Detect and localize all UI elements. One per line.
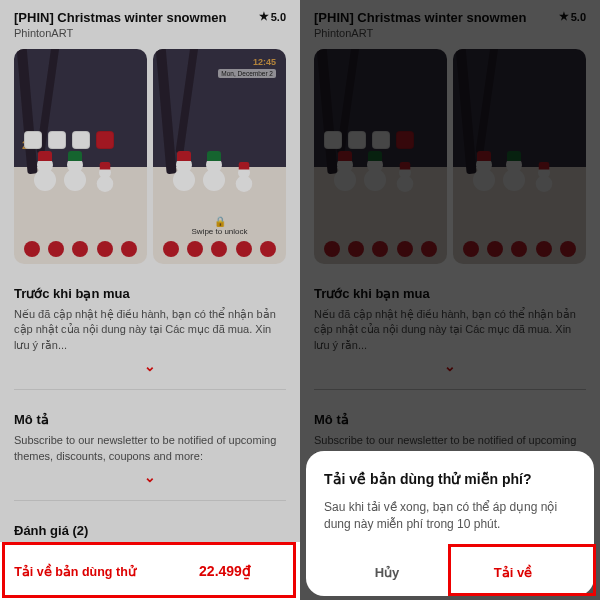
reviews-section[interactable]: Đánh giá (2) bbox=[14, 523, 286, 538]
reviews-title: Đánh giá (2) bbox=[14, 523, 286, 538]
preview-home[interactable]: 23 bbox=[14, 49, 147, 264]
theme-author: PhintonART bbox=[14, 27, 226, 39]
chevron-down-icon[interactable]: ⌄ bbox=[144, 469, 156, 485]
dialog-title: Tải về bản dùng thử miễn phí? bbox=[324, 471, 576, 487]
confirm-button[interactable]: Tải về bbox=[450, 549, 576, 596]
rating-value: 5.0 bbox=[571, 11, 586, 23]
theme-title: [PHIN] Christmas winter snowmen bbox=[314, 10, 526, 25]
before-buy-section: Trước khi bạn mua Nếu đã cập nhật hệ điề… bbox=[14, 286, 286, 375]
price-button[interactable]: 22.499₫ bbox=[150, 547, 300, 595]
lock-icon: Swipe to unlock bbox=[191, 216, 247, 236]
rating-badge: ★ 5.0 bbox=[559, 10, 586, 23]
chevron-down-icon[interactable]: ⌄ bbox=[144, 358, 156, 374]
theme-title: [PHIN] Christmas winter snowmen bbox=[14, 10, 226, 25]
preview-lock[interactable] bbox=[453, 49, 586, 264]
cancel-button[interactable]: Hủy bbox=[324, 549, 450, 596]
preview-lock[interactable]: 12:45 Mon, December 2 Swipe to unlock bbox=[153, 49, 286, 264]
dialog-body: Sau khi tải về xong, bạn có thể áp dụng … bbox=[324, 499, 576, 533]
trial-button[interactable]: Tải về bản dùng thử bbox=[0, 546, 150, 597]
before-buy-body: Nếu đã cập nhật hệ điều hành, bạn có thể… bbox=[314, 307, 586, 353]
rating-badge: ★ 5.0 bbox=[259, 10, 286, 23]
description-title: Mô tả bbox=[314, 412, 586, 427]
before-buy-title: Trước khi bạn mua bbox=[14, 286, 286, 301]
preview-home[interactable] bbox=[314, 49, 447, 264]
lock-time: 12:45 bbox=[253, 57, 276, 67]
before-buy-body: Nếu đã cập nhật hệ điều hành, bạn có thể… bbox=[14, 307, 286, 353]
purchase-bar: Tải về bản dùng thử 22.499₫ bbox=[0, 542, 300, 600]
theme-author: PhintonART bbox=[314, 27, 526, 39]
trial-dialog: Tải về bản dùng thử miễn phí? Sau khi tả… bbox=[306, 451, 594, 596]
rating-value: 5.0 bbox=[271, 11, 286, 23]
before-buy-title: Trước khi bạn mua bbox=[314, 286, 586, 301]
star-icon: ★ bbox=[559, 10, 569, 23]
preview-carousel[interactable] bbox=[314, 49, 586, 264]
star-icon: ★ bbox=[259, 10, 269, 23]
description-section: Mô tả Subscribe to our newsletter to be … bbox=[14, 412, 286, 486]
lock-date: Mon, December 2 bbox=[218, 69, 276, 78]
description-title: Mô tả bbox=[14, 412, 286, 427]
preview-carousel[interactable]: 23 12:45 Mon, December 2 Swipe to unlock bbox=[14, 49, 286, 264]
description-body: Subscribe to our newsletter to be notifi… bbox=[14, 433, 286, 464]
chevron-down-icon[interactable]: ⌄ bbox=[444, 358, 456, 374]
